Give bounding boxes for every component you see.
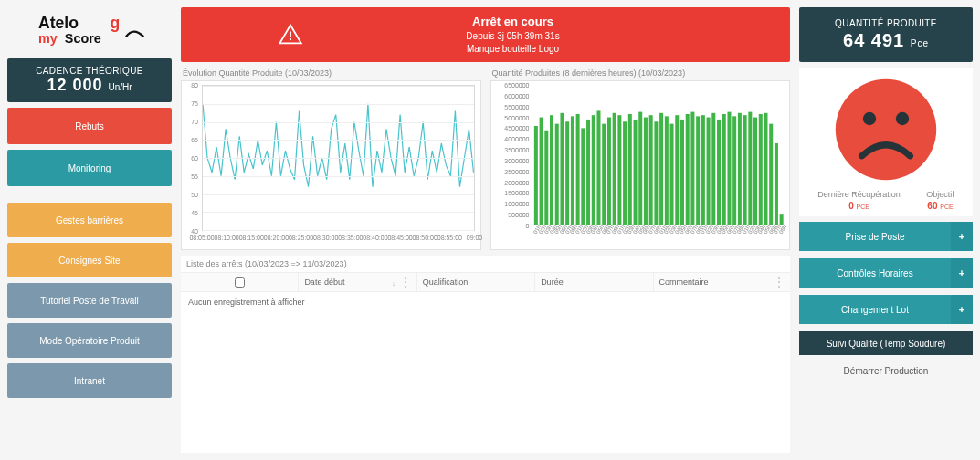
svg-rect-18 [596, 110, 600, 225]
warning-icon [278, 22, 303, 47]
svg-rect-16 [586, 120, 590, 225]
svg-rect-34 [680, 120, 683, 225]
svg-rect-33 [675, 115, 679, 225]
svg-rect-49 [758, 114, 762, 225]
alert-reason: Manque bouteille Logo [400, 43, 626, 56]
svg-rect-20 [606, 118, 610, 225]
svg-rect-14 [575, 114, 579, 225]
svg-rect-30 [659, 113, 663, 225]
svg-rect-45 [737, 113, 741, 225]
svg-rect-47 [748, 112, 752, 225]
svg-rect-25 [633, 120, 637, 225]
col-duration[interactable]: Durée [535, 273, 653, 291]
svg-rect-51 [769, 124, 773, 225]
selectall-checkbox[interactable] [235, 277, 245, 288]
alert-banner: Arrêt en cours Depuis 3j 05h 39m 31s Man… [181, 7, 790, 62]
svg-rect-19 [602, 124, 606, 225]
svg-rect-4 [290, 32, 291, 37]
stops-list: Liste des arrêts (10/03/2023 => 11/03/20… [181, 256, 790, 453]
alert-since: Depuis 3j 05h 39m 31s [400, 30, 626, 43]
svg-rect-43 [727, 112, 731, 225]
svg-text:my: my [38, 31, 58, 46]
svg-rect-23 [623, 121, 627, 225]
svg-rect-11 [560, 113, 564, 225]
cadence-panel: CADENCE THÉORIQUE 12 000 Un/Hr [7, 58, 172, 102]
plus-icon[interactable]: + [951, 295, 973, 324]
metric2-label: Objectif [926, 190, 954, 199]
start-production-link[interactable]: Démarrer Production [799, 361, 973, 382]
svg-rect-50 [764, 113, 767, 225]
svg-rect-10 [554, 124, 558, 225]
svg-rect-35 [685, 114, 689, 225]
left-nav-mode-op-ratoire-produit[interactable]: Mode Opératoire Produit [7, 323, 172, 358]
left-nav-monitoring[interactable]: Monitoring [7, 150, 172, 186]
quantity-panel: QUANTITÉ PRODUITE 64 491 Pce [799, 7, 973, 62]
col-qualification[interactable]: Qualification [417, 273, 535, 291]
left-nav-consignes-site[interactable]: Consignes Site [7, 243, 172, 277]
svg-point-54 [836, 79, 936, 180]
svg-rect-8 [544, 131, 548, 225]
svg-rect-17 [591, 115, 595, 225]
quantity-value: 64 491 [843, 30, 904, 50]
svg-rect-31 [664, 116, 668, 225]
svg-rect-22 [617, 115, 621, 225]
action-suivi-qualit-temp-soudure-[interactable]: Suivi Qualité (Temp Soudure) [799, 331, 973, 355]
plus-icon[interactable]: + [951, 258, 973, 288]
chart1-title: Évolution Quantité Produite (10/03/2023) [181, 68, 481, 80]
svg-rect-48 [753, 118, 757, 225]
cadence-unit: Un/Hr [108, 82, 132, 92]
bar-chart: 0500000100000015000002000000250000030000… [490, 80, 791, 250]
action-prise-de-poste[interactable]: Prise de Poste+ [799, 222, 973, 251]
col-date[interactable]: Date début↓ ⋮ [299, 273, 416, 291]
metric2-value: 60 [927, 201, 937, 211]
svg-rect-32 [669, 124, 673, 225]
cadence-value: 12 000 [47, 76, 102, 94]
plus-icon[interactable]: + [951, 222, 973, 251]
svg-rect-12 [565, 121, 569, 225]
svg-rect-28 [648, 115, 652, 225]
svg-text:Atelo: Atelo [38, 14, 79, 32]
svg-rect-9 [550, 115, 553, 225]
status-face-panel: Dernière Récupération 0 PCE Objectif 60 … [799, 68, 973, 216]
svg-rect-44 [732, 116, 736, 225]
quantity-label: QUANTITÉ PRODUITE [799, 18, 973, 28]
svg-rect-7 [539, 118, 543, 225]
brand-logo: Atelo g my Score [7, 7, 172, 53]
cadence-label: CADENCE THÉORIQUE [36, 66, 143, 76]
svg-rect-52 [774, 143, 777, 225]
alert-title: Arrêt en cours [400, 14, 626, 30]
svg-rect-26 [638, 112, 642, 225]
sad-face-icon [831, 75, 941, 184]
col-menu-icon[interactable]: ⋮ [400, 276, 411, 288]
col-menu-icon[interactable]: ⋮ [774, 277, 785, 288]
stops-list-title: Liste des arrêts (10/03/2023 => 11/03/20… [181, 256, 790, 272]
col-comment[interactable]: Commentaire⋮ [654, 273, 791, 291]
left-nav-gestes-barri-res[interactable]: Gestes barrières [7, 203, 172, 237]
left-nav-intranet[interactable]: Intranet [7, 363, 172, 398]
svg-rect-37 [696, 116, 700, 225]
svg-rect-36 [690, 112, 694, 225]
svg-rect-5 [290, 38, 291, 40]
svg-text:Score: Score [65, 31, 101, 46]
chart2-title: Quantité Produites (8 dernières heures) … [490, 68, 791, 80]
quantity-unit: Pce [911, 38, 929, 48]
left-nav-rebuts[interactable]: Rebuts [7, 108, 172, 144]
action-changement-lot[interactable]: Changement Lot+ [799, 295, 973, 324]
svg-rect-46 [743, 115, 746, 225]
svg-point-56 [896, 112, 909, 125]
metric1-value: 0 [848, 201, 854, 211]
left-nav-tutoriel-poste-de-travail[interactable]: Tutoriel Poste de Travail [7, 283, 172, 318]
svg-text:g: g [110, 14, 120, 32]
svg-rect-39 [706, 118, 710, 225]
svg-rect-41 [717, 120, 721, 225]
svg-rect-40 [711, 113, 715, 225]
line-chart: 404550556065707580 08:05:0008:10:0008:15… [181, 80, 481, 250]
svg-rect-24 [627, 114, 631, 225]
svg-rect-13 [570, 116, 574, 225]
svg-rect-29 [654, 121, 658, 225]
svg-rect-42 [722, 114, 725, 225]
svg-rect-38 [701, 115, 704, 225]
action-contr-les-horaires[interactable]: Contrôles Horaires+ [799, 258, 973, 288]
metric1-label: Dernière Récupération [817, 190, 901, 199]
svg-rect-6 [533, 126, 537, 225]
